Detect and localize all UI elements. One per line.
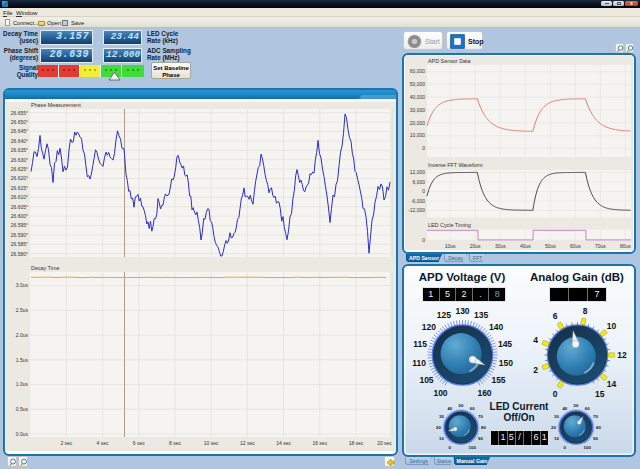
svg-text:26.620°: 26.620° — [11, 175, 28, 181]
svg-text:90: 90 — [478, 436, 483, 441]
svg-text:26.650°: 26.650° — [11, 119, 28, 125]
svg-text:26.585°: 26.585° — [11, 241, 28, 247]
svg-text:110: 110 — [412, 358, 426, 368]
svg-text:115: 115 — [413, 339, 427, 349]
svg-text:120: 120 — [422, 322, 436, 332]
svg-text:60: 60 — [585, 406, 590, 411]
svg-text:20: 20 — [551, 425, 556, 430]
svg-text:20: 20 — [436, 425, 441, 430]
svg-text:100: 100 — [433, 388, 447, 398]
svg-text:0: 0 — [422, 188, 425, 194]
svg-text:10: 10 — [439, 436, 444, 441]
svg-text:15: 15 — [595, 389, 605, 399]
svg-text:0.0us: 0.0us — [16, 431, 29, 437]
svg-text:130: 130 — [455, 306, 469, 316]
svg-text:40: 40 — [447, 406, 452, 411]
svg-text:10us: 10us — [445, 243, 456, 249]
svg-text:Phase Measurement: Phase Measurement — [31, 102, 81, 108]
svg-text:0: 0 — [449, 445, 452, 450]
svg-text:2 sec: 2 sec — [60, 440, 72, 446]
svg-text:100: 100 — [469, 445, 477, 450]
svg-text:26.610°: 26.610° — [11, 194, 28, 200]
svg-text:3.0us: 3.0us — [16, 282, 29, 288]
svg-text:1.0us: 1.0us — [16, 381, 29, 387]
svg-text:LED Cycle Timing: LED Cycle Timing — [428, 222, 471, 228]
svg-text:26.580°: 26.580° — [11, 251, 28, 257]
svg-text:30: 30 — [439, 414, 444, 419]
svg-text:26.640°: 26.640° — [11, 138, 28, 144]
svg-text:90: 90 — [593, 436, 598, 441]
svg-text:8: 8 — [583, 306, 588, 316]
svg-text:-12,000: -12,000 — [408, 207, 425, 213]
svg-text:18 sec: 18 sec — [349, 440, 364, 446]
svg-text:26.645°: 26.645° — [11, 128, 28, 134]
svg-text:0: 0 — [564, 445, 567, 450]
svg-text:20 sec: 20 sec — [377, 440, 392, 446]
svg-text:14 sec: 14 sec — [276, 440, 291, 446]
svg-text:80: 80 — [481, 425, 486, 430]
svg-text:0: 0 — [422, 237, 425, 243]
svg-text:26.600°: 26.600° — [11, 213, 28, 219]
svg-text:APD Sensor Data: APD Sensor Data — [428, 58, 471, 64]
svg-text:40us: 40us — [520, 243, 531, 249]
svg-text:16 sec: 16 sec — [312, 440, 327, 446]
svg-text:6: 6 — [553, 311, 558, 321]
svg-text:10,000: 10,000 — [410, 132, 426, 138]
svg-text:4 sec: 4 sec — [97, 440, 109, 446]
svg-text:4: 4 — [533, 335, 538, 345]
svg-text:20,000: 20,000 — [410, 120, 426, 126]
svg-text:12,000: 12,000 — [410, 169, 426, 175]
svg-text:0: 0 — [422, 145, 425, 151]
svg-text:105: 105 — [419, 375, 433, 385]
svg-text:1.5us: 1.5us — [16, 357, 29, 363]
svg-text:50: 50 — [574, 403, 579, 408]
svg-text:10: 10 — [554, 436, 559, 441]
svg-text:30us: 30us — [495, 243, 506, 249]
svg-text:6 sec: 6 sec — [133, 440, 145, 446]
svg-text:10: 10 — [607, 321, 617, 331]
svg-text:70us: 70us — [595, 243, 606, 249]
svg-text:60,000: 60,000 — [410, 68, 426, 74]
svg-text:160: 160 — [477, 388, 491, 398]
svg-text:26.625°: 26.625° — [11, 166, 28, 172]
svg-text:150: 150 — [499, 358, 513, 368]
svg-text:26.615°: 26.615° — [11, 185, 28, 191]
svg-text:135: 135 — [474, 310, 488, 320]
svg-text:26.630°: 26.630° — [11, 157, 28, 163]
svg-text:8 sec: 8 sec — [169, 440, 181, 446]
svg-text:26.635°: 26.635° — [11, 147, 28, 153]
svg-text:80: 80 — [596, 425, 601, 430]
svg-text:-6,000: -6,000 — [411, 198, 425, 204]
svg-text:100: 100 — [584, 445, 592, 450]
svg-text:50,000: 50,000 — [410, 81, 426, 87]
svg-text:50: 50 — [459, 403, 464, 408]
svg-text:2: 2 — [533, 365, 538, 375]
svg-text:30,000: 30,000 — [410, 107, 426, 113]
svg-text:2.5us: 2.5us — [16, 307, 29, 313]
svg-text:2.0us: 2.0us — [16, 332, 29, 338]
svg-text:50us: 50us — [545, 243, 556, 249]
svg-text:145: 145 — [498, 339, 512, 349]
svg-text:Inverse FFT Waveform: Inverse FFT Waveform — [428, 162, 483, 168]
svg-text:Decay Time: Decay Time — [31, 265, 59, 271]
svg-text:26.605°: 26.605° — [11, 204, 28, 210]
svg-text:6,000: 6,000 — [412, 179, 425, 185]
svg-text:12: 12 — [617, 350, 627, 360]
svg-text:14: 14 — [607, 379, 617, 389]
svg-text:26.595°: 26.595° — [11, 222, 28, 228]
svg-text:60us: 60us — [570, 243, 581, 249]
svg-text:40,000: 40,000 — [410, 94, 426, 100]
svg-text:10 sec: 10 sec — [204, 440, 219, 446]
svg-text:70: 70 — [593, 414, 598, 419]
svg-text:125: 125 — [437, 310, 451, 320]
svg-text:140: 140 — [489, 322, 503, 332]
svg-text:20us: 20us — [470, 243, 481, 249]
svg-text:155: 155 — [491, 375, 505, 385]
svg-text:12 sec: 12 sec — [240, 440, 255, 446]
svg-text:0.5us: 0.5us — [16, 406, 29, 412]
svg-text:26.655°: 26.655° — [11, 110, 28, 116]
svg-text:26.590°: 26.590° — [11, 232, 28, 238]
svg-text:80us: 80us — [620, 243, 631, 249]
svg-text:0: 0 — [553, 389, 558, 399]
